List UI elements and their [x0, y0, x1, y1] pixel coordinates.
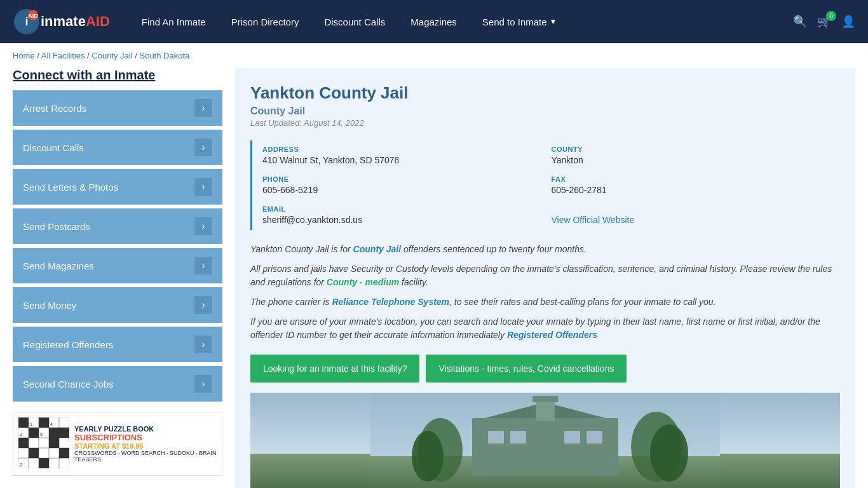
website-link[interactable]: View Official Website [552, 215, 635, 225]
search-button[interactable]: 🔍 [793, 15, 807, 29]
phone-label: PHONE [262, 175, 546, 183]
county-jail-link[interactable]: County Jail [353, 244, 401, 254]
sidebar-item-label: Send Postcards [23, 221, 90, 232]
svg-rect-14 [39, 417, 49, 428]
svg-rect-15 [29, 428, 39, 438]
phone-cell: PHONE 605-668-5219 [262, 170, 552, 200]
cart-button[interactable]: 🛒 0 [817, 15, 831, 29]
desc1-prefix: Yankton County Jail is for [250, 244, 353, 254]
svg-rect-16 [49, 428, 59, 438]
sidebar-ad[interactable]: 1 4 2 9 5 2 YEARLY PUZZLE BOOK SUBSCRIPT… [13, 412, 222, 476]
registered-offenders-link[interactable]: Registered Offenders [507, 330, 597, 340]
sidebar-item-send-letters[interactable]: Send Letters & Photos › [13, 169, 222, 205]
facility-info-grid: ADDRESS 410 Walnut St, Yankton, SD 57078… [250, 140, 840, 230]
breadcrumb: Home / All Facilities / County Jail / So… [0, 43, 868, 68]
sidebar-item-arrest-records[interactable]: Arrest Records › [13, 90, 222, 126]
sidebar-item-registered-offenders[interactable]: Registered Offenders › [13, 327, 222, 362]
fax-label: FAX [552, 175, 836, 183]
facility-photo [250, 393, 840, 488]
desc-para-4: If you are unsure of your inmate's locat… [250, 315, 840, 342]
sidebar: Connect with an Inmate Arrest Records › … [13, 68, 222, 488]
address-cell: ADDRESS 410 Walnut St, Yankton, SD 57078 [262, 140, 552, 170]
sidebar-item-label: Send Money [23, 300, 76, 311]
svg-text:9: 9 [40, 432, 43, 437]
cart-badge: 0 [826, 11, 836, 21]
ad-line2: SUBSCRIPTIONS [74, 433, 217, 442]
nav-find-inmate[interactable]: Find An Inmate [129, 11, 219, 32]
site-header: i AID inmateAID Find An Inmate Prison Di… [0, 0, 868, 43]
nav-discount-calls[interactable]: Discount Calls [311, 11, 398, 32]
email-cell: EMAIL sheriff@co.yankton.sd.us [262, 200, 552, 230]
nav-magazines[interactable]: Magazines [398, 11, 470, 32]
svg-rect-22 [39, 458, 49, 468]
svg-rect-35 [564, 431, 580, 444]
main-nav: Find An Inmate Prison Directory Discount… [129, 11, 787, 32]
nav-prison-directory[interactable]: Prison Directory [219, 11, 312, 32]
desc3-prefix: The phone carrier is [250, 297, 332, 307]
desc-para-3: The phone carrier is Reliance Telephone … [250, 295, 840, 309]
address-label: ADDRESS [262, 146, 546, 153]
facility-descriptions: Yankton County Jail is for County Jail o… [250, 243, 840, 342]
nav-send-to-inmate[interactable]: Send to Inmate ▼ [470, 11, 570, 32]
sidebar-arrow-icon: › [194, 99, 212, 117]
logo-icon: i AID [13, 8, 41, 36]
county-medium-link[interactable]: County - medium [327, 277, 399, 287]
search-icon: 🔍 [793, 15, 807, 28]
sidebar-item-send-magazines[interactable]: Send Magazines › [13, 248, 222, 283]
svg-rect-36 [587, 431, 602, 444]
find-inmate-button[interactable]: Looking for an inmate at this facility? [250, 355, 419, 383]
main-content: Connect with an Inmate Arrest Records › … [0, 68, 868, 488]
facility-title: Yankton County Jail [250, 83, 840, 103]
dropdown-arrow-icon: ▼ [550, 17, 557, 26]
facility-updated: Last Updated: August 14, 2022 [250, 118, 840, 128]
sidebar-item-send-money[interactable]: Send Money › [13, 287, 222, 323]
sidebar-item-label: Send Magazines [23, 261, 94, 271]
visitations-button[interactable]: Visitations - times, rules, Covid cancel… [426, 355, 627, 383]
desc3-suffix: , to see their rates and best-calling pl… [449, 297, 715, 307]
desc2-suffix: facility. [399, 277, 428, 287]
svg-rect-19 [49, 438, 59, 448]
sidebar-item-label: Arrest Records [23, 103, 86, 114]
ad-line1: YEARLY PUZZLE BOOK [74, 425, 217, 433]
svg-text:2: 2 [20, 432, 22, 437]
sidebar-arrow-icon: › [194, 336, 212, 353]
facility-type: County Jail [250, 105, 840, 117]
logo[interactable]: i AID inmateAID [13, 8, 110, 36]
sidebar-arrow-icon: › [194, 178, 212, 196]
svg-text:2: 2 [20, 463, 22, 467]
sidebar-item-send-postcards[interactable]: Send Postcards › [13, 208, 222, 244]
website-cell: View Official Website [552, 200, 841, 230]
svg-point-38 [412, 431, 444, 482]
breadcrumb-all-facilities[interactable]: All Facilities [41, 51, 85, 60]
svg-rect-34 [510, 431, 526, 444]
sidebar-arrow-icon: › [194, 257, 212, 274]
breadcrumb-home[interactable]: Home [13, 51, 35, 60]
reliance-link[interactable]: Reliance Telephone System [332, 297, 449, 307]
sidebar-item-label: Discount Calls [23, 142, 84, 153]
desc-para-2: All prisons and jails have Security or C… [250, 262, 840, 289]
account-icon: 👤 [841, 15, 855, 28]
desc1-suffix: offenders sentenced up to twenty four mo… [401, 244, 587, 254]
svg-rect-41 [536, 399, 555, 421]
account-button[interactable]: 👤 [841, 15, 855, 29]
svg-text:AID: AID [28, 13, 38, 19]
breadcrumb-south-dakota[interactable]: South Dakota [139, 51, 189, 60]
sidebar-item-second-chance-jobs[interactable]: Second Chance Jobs › [13, 366, 222, 402]
facility-content: Yankton County Jail County Jail Last Upd… [235, 68, 855, 488]
header-icons: 🔍 🛒 0 👤 [793, 15, 855, 29]
nav-send-to-inmate-label: Send to Inmate [482, 17, 547, 27]
email-label: EMAIL [262, 205, 546, 213]
sidebar-item-discount-calls[interactable]: Discount Calls › [13, 130, 222, 165]
breadcrumb-county-jail[interactable]: County Jail [92, 51, 132, 60]
sidebar-item-label: Registered Offenders [23, 339, 113, 350]
svg-rect-21 [59, 448, 69, 458]
ad-line3: STARTING AT $19.95 [74, 442, 217, 450]
svg-rect-13 [18, 417, 29, 428]
sidebar-arrow-icon: › [194, 375, 212, 393]
email-value: sheriff@co.yankton.sd.us [262, 215, 546, 225]
svg-point-40 [650, 424, 688, 482]
svg-text:4: 4 [50, 422, 53, 426]
website-spacer [552, 205, 836, 213]
svg-rect-31 [472, 418, 618, 475]
sidebar-item-label: Send Letters & Photos [23, 182, 118, 193]
